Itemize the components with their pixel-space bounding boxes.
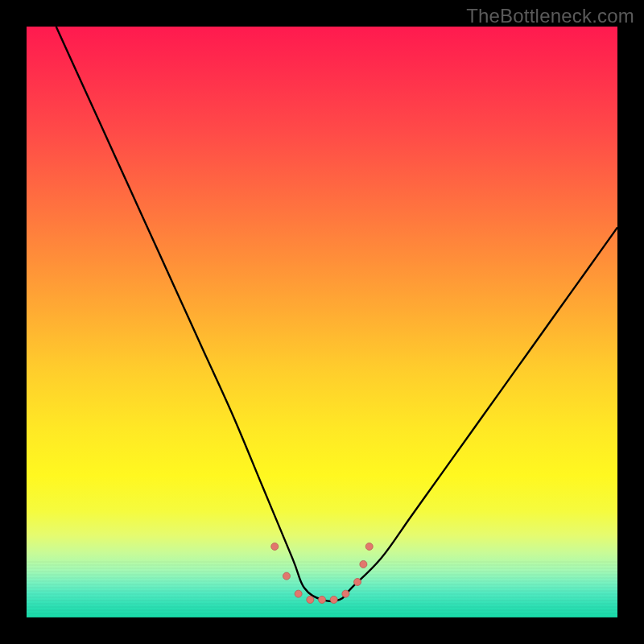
minimum-dot bbox=[283, 572, 290, 580]
minimum-dot bbox=[360, 560, 367, 568]
minimum-dot bbox=[319, 596, 326, 603]
minimum-dot bbox=[307, 596, 314, 603]
curve-path bbox=[56, 27, 617, 601]
minimum-dots-group bbox=[271, 543, 373, 603]
minimum-dot bbox=[330, 596, 337, 603]
chart-frame: TheBottleneck.com bbox=[0, 0, 644, 644]
bottleneck-curve bbox=[56, 27, 617, 601]
minimum-dot bbox=[354, 578, 361, 585]
minimum-dot bbox=[295, 590, 302, 597]
attribution-text: TheBottleneck.com bbox=[466, 5, 634, 27]
minimum-dot bbox=[365, 543, 373, 550]
bottleneck-curve-svg bbox=[27, 27, 617, 617]
minimum-dot bbox=[271, 543, 279, 550]
minimum-dot bbox=[342, 590, 349, 597]
plot-area bbox=[27, 27, 617, 617]
